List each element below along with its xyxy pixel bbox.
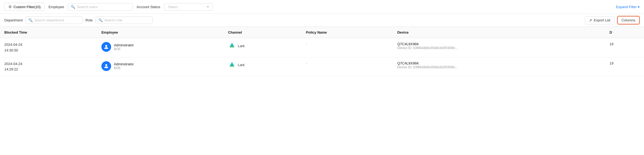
search-department-input[interactable]: [34, 18, 80, 22]
select-placeholder: Select: [168, 5, 205, 9]
employee-dept: BOE: [114, 66, 134, 70]
cell-device-1: Q7C4L9X96K Device ID: 63f8644b6e354bb3d3…: [393, 57, 605, 76]
search-role-box: 🔍: [95, 17, 153, 24]
col-policy-name: Policy Name: [302, 27, 393, 38]
custom-filter-button[interactable]: ⚙ Custom Filter(10): [4, 3, 45, 11]
data-table: Blocked Time Employee Channel Policy Nam…: [0, 27, 644, 76]
role-label: Role: [85, 18, 93, 22]
table-header-row: Blocked Time Employee Channel Policy Nam…: [0, 27, 644, 38]
cell-d-1: 19: [605, 57, 644, 76]
cell-policy-0: -: [302, 38, 393, 57]
department-label: Department: [4, 18, 23, 22]
cell-channel-0: Lark: [224, 38, 302, 57]
search-dept-icon: 🔍: [28, 18, 33, 22]
custom-filter-label: Custom Filter(10): [14, 5, 41, 9]
channel-name: Lark: [238, 44, 245, 48]
svg-point-0: [105, 45, 107, 47]
expand-filter-label: Expand Filter: [616, 5, 637, 9]
columns-button[interactable]: Columns: [617, 16, 640, 24]
expand-filter-button[interactable]: Expand Filter ▾: [616, 5, 640, 9]
svg-point-3: [105, 64, 107, 66]
search-users-box: 🔍: [68, 3, 133, 11]
cell-d-0: 19: [605, 38, 644, 57]
device-uuid: Device ID: 63f8644b6e354bb3d3f3308d...: [397, 65, 601, 69]
search-role-icon: 🔍: [98, 18, 103, 22]
d-value: 19: [609, 61, 613, 65]
device-name: Q7C4L9X96K: [397, 42, 601, 46]
search-icon: 🔍: [71, 5, 75, 9]
export-list-label: Export List: [594, 18, 610, 22]
cell-device-0: Q7C4L9X96K Device ID: 63f8644b6e354bb3d3…: [393, 38, 605, 57]
search-users-input[interactable]: [77, 5, 130, 9]
cell-channel-1: Lark: [224, 57, 302, 76]
right-actions: ↗ Export List Columns: [585, 16, 640, 24]
lark-icon: [228, 42, 236, 50]
cell-employee-0: Adminstrator BOE: [97, 38, 224, 57]
policy-value: -: [306, 61, 307, 65]
account-status-select[interactable]: Select ▾: [164, 3, 213, 11]
expand-chevron-icon: ▾: [638, 5, 640, 9]
search-role-input[interactable]: [104, 18, 150, 22]
search-department-box: 🔍: [25, 17, 83, 24]
table-row: 2024-04-24 14:30:50 Adminstrator BOE: [0, 38, 644, 57]
chevron-down-icon: ▾: [207, 5, 209, 9]
table-row: 2024-04-24 14:29:22 Adminstrator BOE: [0, 57, 644, 76]
employee-name: Adminstrator: [114, 43, 134, 47]
table-container: Blocked Time Employee Channel Policy Nam…: [0, 27, 644, 76]
employee-name: Adminstrator: [114, 62, 134, 66]
lark-icon: [228, 61, 236, 69]
cell-blocked-time-0: 2024-04-24 14:30:50: [0, 38, 97, 57]
policy-value: -: [306, 42, 307, 46]
col-device: Device: [393, 27, 605, 38]
cell-employee-1: Adminstrator BOE: [97, 57, 224, 76]
d-value: 19: [609, 42, 613, 46]
avatar: [101, 61, 111, 71]
col-channel: Channel: [224, 27, 302, 38]
col-blocked-time: Blocked Time: [0, 27, 97, 38]
cell-blocked-time-1: 2024-04-24 14:29:22: [0, 57, 97, 76]
first-toolbar: ⚙ Custom Filter(10) Employee 🔍 Account S…: [0, 0, 644, 14]
channel-name: Lark: [238, 63, 245, 67]
second-toolbar: Department 🔍 Role 🔍 ↗ Export List Column…: [0, 14, 644, 27]
export-icon: ↗: [589, 18, 592, 22]
avatar: [101, 42, 111, 52]
col-d: D: [605, 27, 644, 38]
employee-label: Employee: [47, 5, 65, 9]
export-list-button[interactable]: ↗ Export List: [585, 16, 614, 24]
account-status-label: Account Status: [135, 5, 161, 9]
device-uuid: Device ID: 63f8644b6e354bb3d3f3308d...: [397, 46, 601, 50]
gear-icon: ⚙: [8, 5, 12, 9]
employee-dept: BOE: [114, 47, 134, 51]
device-name: Q7C4L9X96K: [397, 61, 601, 65]
columns-label: Columns: [622, 18, 635, 22]
col-employee: Employee: [97, 27, 224, 38]
cell-policy-1: -: [302, 57, 393, 76]
